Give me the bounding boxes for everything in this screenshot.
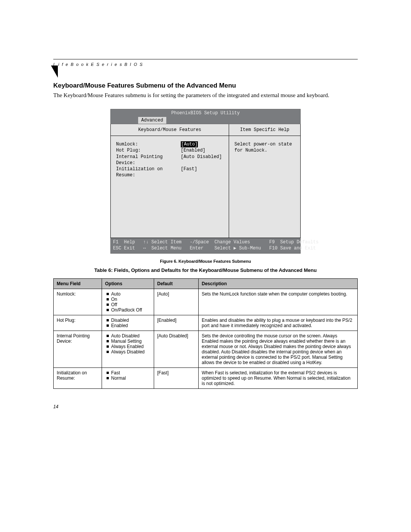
document-page: L i f e B o o k E S e r i e s B I O S Ke… — [53, 59, 358, 409]
option-item: On — [105, 297, 151, 302]
bios-option-value[interactable]: [Auto] — [181, 141, 198, 147]
bios-help-line: Select power-on state — [234, 141, 296, 147]
bios-option-label: Internal Pointing Device: — [116, 154, 181, 166]
th-default: Default — [154, 278, 199, 289]
cell-options: DisabledEnabled — [102, 315, 154, 331]
table-header-row: Menu Field Options Default Description — [54, 278, 358, 289]
cell-description: When Fast is selected, initialization fo… — [199, 367, 358, 388]
option-label: Normal — [111, 375, 126, 381]
bullet-square-icon — [107, 304, 109, 306]
cell-description: Sets the NumLock function state when the… — [199, 289, 358, 315]
bios-help-line: for Numlock. — [234, 147, 296, 153]
option-item: Off — [105, 302, 151, 307]
options-table: Menu Field Options Default Description N… — [53, 278, 358, 389]
option-item: Auto — [105, 291, 151, 297]
option-item: On/Padlock Off — [105, 307, 151, 313]
option-label: Auto — [111, 291, 121, 297]
bios-option-list: Numlock:[Auto]Hot Plug:[Enabled]Internal… — [111, 136, 229, 238]
bios-right-title: Item Specific Help — [229, 124, 300, 136]
table-title: Table 6: Fields, Options and Defaults fo… — [53, 267, 358, 273]
section-intro: The Keyboard/Mouse Features submenu is f… — [53, 92, 358, 99]
bullet-square-icon — [107, 372, 109, 374]
cell-options: FastNormal — [102, 367, 154, 388]
cell-menu-field: Initialization on Resume: — [54, 367, 102, 388]
bios-help-body: Select power-on state for Numlock. — [229, 136, 300, 238]
option-label: Always Disabled — [111, 349, 145, 355]
table-row: Internal Pointing Device:Auto DisabledMa… — [54, 331, 358, 367]
bios-option-value[interactable]: [Enabled] — [181, 147, 206, 153]
th-menu-field: Menu Field — [54, 278, 102, 289]
th-description: Description — [199, 278, 358, 289]
option-label: Always Enabled — [111, 344, 143, 349]
cell-menu-field: Hot Plug: — [54, 315, 102, 331]
option-label: Manual Setting — [111, 339, 142, 344]
bullet-square-icon — [107, 345, 109, 348]
header-rule — [53, 59, 358, 59]
table-row: Numlock:AutoOnOffOn/Padlock Off[Auto]Set… — [54, 289, 358, 315]
cell-description: Enables and disables the ability to plug… — [199, 315, 358, 331]
option-label: On — [111, 297, 117, 302]
bullet-square-icon — [107, 319, 109, 321]
bios-footer-line: F1 Help ↑↓ Select Item -/Space Change Va… — [113, 240, 319, 245]
bullet-square-icon — [107, 351, 109, 353]
section-heading: Keyboard/Mouse Features Submenu of the A… — [53, 82, 358, 89]
cell-default: [Fast] — [154, 367, 199, 388]
bios-option-label: Hot Plug: — [116, 147, 181, 153]
bios-footer-line: ESC Exit ↔ Select Menu Enter Select ▶ Su… — [113, 246, 316, 251]
bullet-square-icon — [107, 298, 109, 300]
cell-menu-field: Numlock: — [54, 289, 102, 315]
option-item: Auto Disabled — [105, 333, 151, 339]
bullet-square-icon — [107, 340, 109, 342]
bullet-square-icon — [107, 377, 109, 379]
table-row: Hot Plug:DisabledEnabled[Enabled]Enables… — [54, 315, 358, 331]
bios-option-row[interactable]: Hot Plug:[Enabled] — [116, 147, 225, 153]
option-label: Off — [111, 302, 117, 307]
cell-default: [Auto Disabled] — [154, 331, 199, 367]
bios-option-row[interactable]: Numlock:[Auto] — [116, 141, 225, 147]
option-label: Disabled — [111, 318, 129, 323]
bios-left-title: Keyboard/Mouse Features — [111, 124, 229, 136]
option-item: Disabled — [105, 318, 151, 323]
bios-tab-bar: Advanced — [110, 117, 301, 124]
option-item: Enabled — [105, 323, 151, 328]
cell-options: Auto DisabledManual SettingAlways Enable… — [102, 331, 154, 367]
bios-right-pane: Item Specific Help Select power-on state… — [229, 124, 300, 238]
figure-caption: Figure 6. Keyboard/Mouse Features Submen… — [53, 259, 358, 264]
bios-option-value[interactable]: [Auto Disabled] — [181, 154, 222, 166]
breadcrumb: L i f e B o o k E S e r i e s B I O S — [53, 61, 358, 72]
bios-option-row[interactable]: Initialization on Resume:[Fast] — [116, 166, 225, 178]
bios-frame: Keyboard/Mouse Features Numlock:[Auto]Ho… — [110, 124, 301, 238]
option-item: Always Enabled — [105, 344, 151, 349]
option-item: Normal — [105, 375, 151, 381]
page-number: 14 — [53, 404, 358, 409]
bios-option-row[interactable]: Internal Pointing Device:[Auto Disabled] — [116, 154, 225, 166]
table-row: Initialization on Resume:FastNormal[Fast… — [54, 367, 358, 388]
bios-title-bar: PhoenixBIOS Setup Utility — [110, 109, 301, 117]
bullet-square-icon — [107, 324, 109, 327]
option-item: Always Disabled — [105, 349, 151, 355]
option-item: Fast — [105, 370, 151, 375]
bios-left-pane: Keyboard/Mouse Features Numlock:[Auto]Ho… — [111, 124, 229, 238]
bullet-square-icon — [107, 335, 109, 337]
cell-menu-field: Internal Pointing Device: — [54, 331, 102, 367]
cell-default: [Auto] — [154, 289, 199, 315]
option-label: Enabled — [111, 323, 128, 328]
cell-options: AutoOnOffOn/Padlock Off — [102, 289, 154, 315]
bios-screenshot: PhoenixBIOS Setup Utility Advanced Keybo… — [110, 109, 301, 253]
header-triangle-icon — [51, 66, 58, 78]
bios-tab-advanced[interactable]: Advanced — [138, 117, 166, 124]
cell-description: Sets the device controlling the mouse cu… — [199, 331, 358, 367]
bios-option-label: Initialization on Resume: — [116, 166, 181, 178]
bios-option-label: Numlock: — [116, 141, 181, 147]
th-options: Options — [102, 278, 154, 289]
option-label: Fast — [111, 370, 120, 375]
bullet-square-icon — [107, 293, 109, 295]
bullet-square-icon — [107, 309, 109, 311]
option-item: Manual Setting — [105, 339, 151, 344]
option-label: Auto Disabled — [111, 333, 140, 339]
cell-default: [Enabled] — [154, 315, 199, 331]
option-label: On/Padlock Off — [111, 307, 142, 313]
bios-option-value[interactable]: [Fast] — [181, 166, 197, 178]
bios-footer: F1 Help ↑↓ Select Item -/Space Change Va… — [110, 238, 301, 253]
